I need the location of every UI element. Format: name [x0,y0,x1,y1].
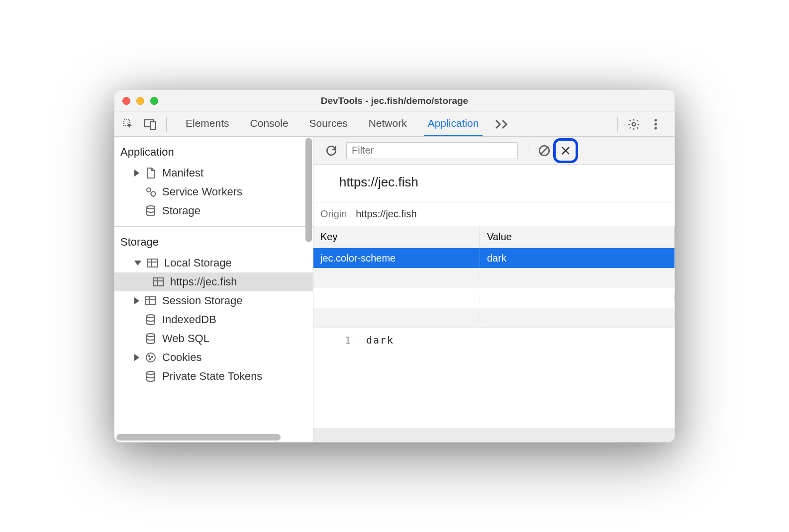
sidebar-item-indexeddb[interactable]: IndexedDB [114,310,313,329]
sidebar-item-label: Session Storage [162,294,242,307]
tab-label: Application [428,117,479,129]
main-tabbar: Elements Console Sources Network Applica… [114,112,675,137]
sidebar-item-private-state-tokens[interactable]: Private State Tokens [114,367,313,386]
svg-point-16 [149,355,150,356]
tab-label: Sources [309,117,348,129]
sidebar-section-application: Application [114,137,313,164]
sidebar-section-storage: Storage [114,227,313,254]
tab-elements[interactable]: Elements [182,112,233,136]
window-title: DevTools - jec.fish/demo/storage [114,95,675,106]
sidebar-item-session-storage[interactable]: Session Storage [114,291,313,310]
svg-point-7 [147,188,151,192]
svg-rect-12 [146,297,156,305]
col-value[interactable]: Value [480,226,675,248]
more-tabs-button[interactable] [495,119,509,129]
content-pane: https://jec.fish Origin https://jec.fish… [313,137,675,442]
table-icon [152,275,165,288]
sidebar-item-cookies[interactable]: Cookies [114,348,313,367]
table-icon [146,257,159,269]
sidebar-item-label: Storage [162,204,200,217]
minimize-window-button[interactable] [136,97,144,105]
origin-value: https://jec.fish [356,208,416,220]
col-key[interactable]: Key [313,226,480,248]
chevron-right-icon [134,170,139,177]
status-strip [313,428,675,442]
svg-point-4 [655,119,657,121]
preview-value: dark [358,331,402,349]
clear-all-icon[interactable] [535,142,553,160]
filter-input[interactable] [346,142,518,159]
tab-console[interactable]: Console [246,112,293,136]
storage-toolbar [313,137,675,165]
inspect-element-icon[interactable] [119,115,137,133]
gears-icon [144,185,157,198]
tab-label: Network [369,117,407,129]
delete-selected-icon[interactable] [557,142,575,160]
refresh-icon[interactable] [322,142,340,160]
separator [528,143,528,158]
svg-point-13 [147,315,155,318]
value-preview: 1 dark [313,328,675,428]
svg-point-17 [152,356,153,357]
svg-rect-10 [148,259,158,267]
sidebar: Application Manifest Service Workers [114,137,313,442]
sidebar-item-storage[interactable]: Storage [114,201,313,220]
tab-sources[interactable]: Sources [305,112,352,136]
svg-point-18 [150,358,151,359]
cookie-icon [144,351,157,364]
svg-rect-11 [154,278,164,286]
grid-row-empty[interactable] [313,268,675,288]
database-icon [144,313,157,326]
sidebar-item-label: Cookies [162,351,201,364]
sidebar-item-service-workers[interactable]: Service Workers [114,182,313,201]
sidebar-item-label: Service Workers [162,185,242,198]
database-icon [144,332,157,345]
storage-grid: Key Value jec.color-scheme dark [313,226,675,328]
sidebar-item-label: Manifest [162,167,203,179]
zoom-window-button[interactable] [150,97,158,105]
tab-label: Console [250,117,289,129]
sidebar-scrollbar[interactable] [305,138,312,242]
sidebar-item-label: Local Storage [164,257,232,269]
origin-label: Origin [320,208,347,220]
separator [617,117,618,132]
titlebar: DevTools - jec.fish/demo/storage [114,90,675,112]
svg-point-8 [151,192,156,196]
chevron-right-icon [134,354,139,361]
separator [166,117,167,132]
grid-row-empty[interactable] [313,288,675,308]
cell-value: dark [480,249,675,268]
sidebar-scrollbar-horizontal[interactable] [116,434,281,441]
device-toolbar-icon[interactable] [141,115,159,133]
sidebar-item-manifest[interactable]: Manifest [114,164,313,182]
line-number: 1 [313,331,358,349]
cell-key: jec.color-scheme [313,249,480,268]
origin-heading: https://jec.fish [313,165,675,202]
grid-row-empty[interactable] [313,308,675,328]
devtools-window: DevTools - jec.fish/demo/storage Element… [114,89,675,443]
sidebar-item-local-storage[interactable]: Local Storage [114,254,313,272]
svg-point-19 [147,371,155,374]
grid-header: Key Value [313,226,675,248]
tab-label: Elements [186,117,229,129]
sidebar-item-web-sql[interactable]: Web SQL [114,329,313,348]
settings-icon[interactable] [625,115,643,133]
svg-point-15 [146,353,155,362]
sidebar-item-label: Private State Tokens [162,370,262,383]
sidebar-item-local-storage-origin[interactable]: https://jec.fish [114,272,313,291]
highlighted-control [553,138,578,163]
svg-point-9 [147,206,155,209]
tab-application[interactable]: Application [424,112,483,136]
kebab-menu-icon[interactable] [647,115,665,133]
origin-row: Origin https://jec.fish [313,202,675,226]
grid-row[interactable]: jec.color-scheme dark [313,248,675,268]
sidebar-item-label: IndexedDB [162,313,216,326]
database-icon [144,370,157,383]
chevron-down-icon [134,261,141,266]
close-window-button[interactable] [122,97,130,105]
svg-point-5 [655,123,657,125]
traffic-lights [122,97,158,105]
svg-point-14 [147,334,155,337]
tab-network[interactable]: Network [365,112,411,136]
sidebar-item-label: Web SQL [162,332,209,345]
